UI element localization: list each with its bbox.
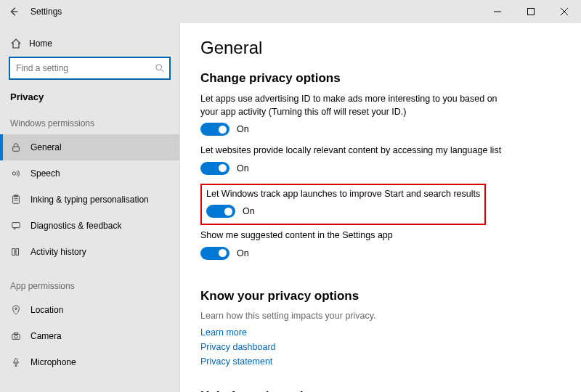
sidebar-item-diagnostics[interactable]: Diagnostics & feedback [0,213,179,239]
opt-language-list-toggle[interactable] [200,162,229,175]
section-change-privacy: Change privacy options [200,71,559,86]
privacy-dashboard-link[interactable]: Privacy dashboard [200,340,559,354]
svg-rect-7 [13,147,20,151]
microphone-icon [10,356,22,368]
camera-icon [10,330,22,342]
home-icon [10,38,22,49]
learn-more-link[interactable]: Learn more [200,325,559,340]
home-label: Home [29,38,52,49]
page-title: General [200,38,559,58]
group-app-permissions: App permissions [0,275,179,297]
opt-advertising-id-label: Let apps use advertising ID to make ads … [200,93,505,118]
lock-icon [10,142,22,153]
search-icon [155,63,165,73]
privacy-subtitle: Learn how this setting impacts your priv… [200,311,559,321]
svg-point-17 [15,308,17,310]
minimize-icon [494,8,501,15]
location-icon [10,304,22,316]
group-windows-permissions: Windows permissions [0,113,179,134]
content-pane: General Change privacy options Let apps … [180,23,581,392]
svg-rect-14 [12,249,15,256]
sidebar: Home Privacy Windows permissions General… [0,23,180,392]
sidebar-item-camera[interactable]: Camera [0,323,179,349]
activity-icon [10,246,22,258]
svg-point-19 [15,335,17,338]
speech-icon [10,168,22,179]
sidebar-item-label: Speech [31,168,60,179]
titlebar-left: Settings [0,0,62,23]
opt-suggested-content-label: Show me suggested content in the Setting… [200,229,505,242]
svg-rect-20 [14,333,17,335]
sidebar-item-inking[interactable]: Inking & typing personalisation [0,187,179,213]
privacy-statement-link[interactable]: Privacy statement [200,354,559,369]
titlebar: Settings [0,0,581,23]
back-button[interactable] [3,0,25,23]
back-arrow-icon [9,7,19,17]
clipboard-icon [10,194,22,205]
search-wrap [9,57,171,80]
svg-rect-9 [13,196,20,204]
maximize-icon [527,8,535,15]
svg-point-5 [156,65,162,70]
highlight-box: Let Windows track app launches to improv… [200,184,486,226]
section-know-privacy: Know your privacy options [200,289,559,303]
window-title: Settings [31,7,62,17]
close-icon [561,8,568,15]
opt-language-list-label: Let websites provide locally relevant co… [200,144,505,158]
section-help-web: Help from the web [200,389,559,393]
feedback-icon [10,220,22,232]
opt-track-app-launches-toggle[interactable] [206,205,235,218]
opt-suggested-content-toggle[interactable] [200,247,229,260]
search-input[interactable] [9,57,171,80]
maximize-button[interactable] [514,0,548,23]
sidebar-item-label: General [31,142,62,152]
svg-rect-15 [16,249,19,256]
svg-rect-21 [15,359,17,363]
svg-line-6 [161,70,164,73]
sidebar-item-general[interactable]: General [0,134,179,160]
sidebar-item-location[interactable]: Location [0,297,179,323]
svg-rect-13 [12,223,20,228]
toggle-state: On [237,124,249,134]
window-controls [481,0,581,23]
sidebar-item-activity[interactable]: Activity history [0,239,179,265]
toggle-state: On [243,206,255,216]
sidebar-item-label: Activity history [31,247,86,257]
toggle-state: On [237,163,249,173]
minimize-button[interactable] [481,0,514,23]
sidebar-item-label: Diagnostics & feedback [31,221,121,231]
home-button[interactable]: Home [0,33,179,57]
svg-rect-2 [528,9,535,15]
toggle-state: On [237,248,249,258]
opt-track-app-launches-label: Let Windows track app launches to improv… [206,188,480,201]
sidebar-item-label: Microphone [31,357,76,367]
sidebar-item-label: Camera [31,331,62,341]
opt-advertising-id-toggle[interactable] [200,123,229,136]
sidebar-item-label: Location [31,305,63,315]
close-button[interactable] [548,0,581,23]
sidebar-item-speech[interactable]: Speech [0,160,179,187]
sidebar-item-label: Inking & typing personalisation [31,195,149,205]
svg-point-8 [12,172,15,175]
category-title: Privacy [0,90,179,113]
sidebar-item-microphone[interactable]: Microphone [0,349,179,375]
